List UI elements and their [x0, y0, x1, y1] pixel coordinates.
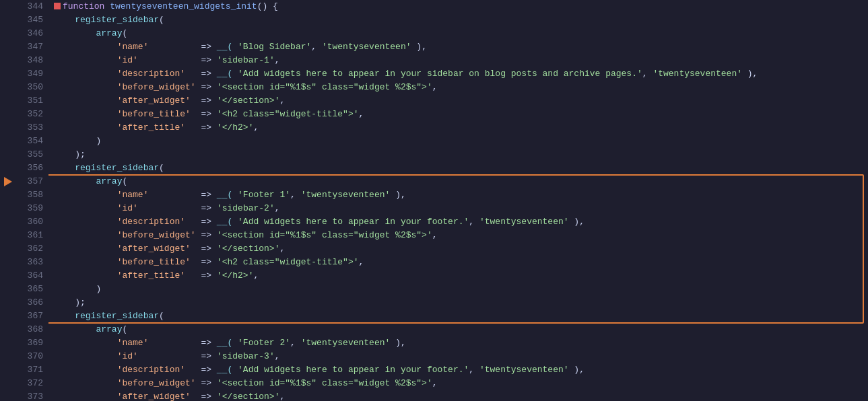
code-line: 'name' => __( 'Footer 1', 'twentysevente…: [54, 188, 868, 202]
line-number: 359: [16, 202, 43, 215]
code-line: 'id' => 'sidebar-1',: [54, 54, 868, 67]
code-line: 'before_widget' => '<section id="%1$s" c…: [54, 229, 868, 242]
line-number: 373: [16, 390, 43, 401]
line-number: 347: [16, 40, 43, 54]
line-number: 344: [16, 0, 43, 13]
line-number: 366: [16, 296, 43, 309]
line-number: 355: [16, 148, 43, 161]
code-line: ): [54, 283, 868, 296]
line-number: 353: [16, 121, 43, 135]
line-number: 346: [16, 27, 43, 40]
line-number: 358: [16, 188, 43, 202]
line-number: 371: [16, 363, 43, 377]
line-number: 370: [16, 350, 43, 363]
code-line: 'before_title' => '<h2 class="widget-tit…: [54, 256, 868, 269]
line-number: 352: [16, 108, 43, 121]
line-number: 363: [16, 256, 43, 269]
code-line: register_sidebar(: [54, 13, 868, 27]
line-number: 357: [16, 175, 43, 188]
code-line: 'after_widget' => '</section>',: [54, 94, 868, 108]
line-number: 369: [16, 336, 43, 350]
code-line: 'name' => __( 'Blog Sidebar', 'twentysev…: [54, 40, 868, 54]
code-line: 'after_widget' => '</section>',: [54, 390, 868, 401]
line-number: 360: [16, 215, 43, 229]
code-line: 'id' => 'sidebar-3',: [54, 350, 868, 363]
code-line: 'name' => __( 'Footer 2', 'twentysevente…: [54, 336, 868, 350]
line-numbers: 3443453463473483493503513523533543553563…: [16, 0, 48, 401]
line-number: 351: [16, 94, 43, 108]
code-line: 'id' => 'sidebar-2',: [54, 202, 868, 215]
line-number: 367: [16, 309, 43, 323]
code-line: ): [54, 135, 868, 148]
red-square-icon: [54, 3, 61, 9]
line-number: 349: [16, 67, 43, 81]
code-line: function twentyseventeen_widgets_init() …: [54, 0, 868, 13]
line-number: 364: [16, 269, 43, 283]
code-line: 'after_widget' => '</section>',: [54, 242, 868, 256]
line-number: 354: [16, 135, 43, 148]
line-number: 365: [16, 283, 43, 296]
code-line: 'after_title' => '</h2>',: [54, 269, 868, 283]
line-number: 350: [16, 81, 43, 94]
code-line: array(: [54, 323, 868, 336]
code-line: );: [54, 296, 868, 309]
line-number: 345: [16, 13, 43, 27]
code-area: function twentyseventeen_widgets_init() …: [48, 0, 868, 401]
code-line: array(: [54, 175, 868, 188]
code-line: );: [54, 148, 868, 161]
line-number: 368: [16, 323, 43, 336]
code-line: register_sidebar(: [54, 309, 868, 323]
line-number: 362: [16, 242, 43, 256]
line-number: 356: [16, 161, 43, 175]
code-line: 'description' => __( 'Add widgets here t…: [54, 363, 868, 377]
line-number: 361: [16, 229, 43, 242]
code-line: 'before_widget' => '<section id="%1$s" c…: [54, 81, 868, 94]
code-line: 'before_title' => '<h2 class="widget-tit…: [54, 108, 868, 121]
code-line: 'before_widget' => '<section id="%1$s" c…: [54, 377, 868, 390]
code-line: 'description' => __( 'Add widgets here t…: [54, 67, 868, 81]
code-line: 'description' => __( 'Add widgets here t…: [54, 215, 868, 229]
code-line: register_sidebar(: [54, 161, 868, 175]
code-editor: 3443453463473483493503513523533543553563…: [0, 0, 868, 401]
code-line: 'after_title' => '</h2>',: [54, 121, 868, 135]
line-number: 348: [16, 54, 43, 67]
code-line: array(: [54, 27, 868, 40]
line-number: 372: [16, 377, 43, 390]
